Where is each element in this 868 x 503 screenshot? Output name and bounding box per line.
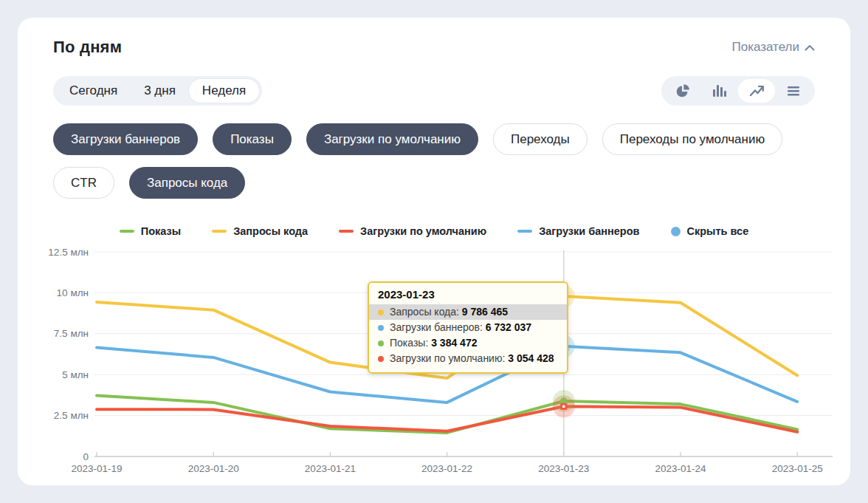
legend-dash-icon (517, 230, 532, 233)
chart-tooltip: 2023-01-23 Запросы кода: 9 786 465Загруз… (368, 281, 568, 374)
legend-dash-icon (339, 230, 354, 233)
legend-item[interactable]: Запросы кода (212, 225, 308, 237)
legend-dash-icon (212, 230, 227, 233)
svg-text:2023-01-21: 2023-01-21 (305, 463, 356, 474)
metric-chip-7[interactable]: Запросы кода (129, 167, 245, 199)
tooltip-row: Запросы кода: 9 786 465 (369, 304, 567, 320)
tooltip-dot-icon (378, 341, 384, 346)
chevron-up-icon (805, 44, 815, 51)
svg-text:2023-01-20: 2023-01-20 (188, 463, 239, 474)
tooltip-row: Показы: 3 384 472 (369, 335, 567, 351)
svg-text:2023-01-24: 2023-01-24 (655, 463, 706, 474)
bar-chart-button[interactable] (701, 79, 738, 103)
list-view-icon (786, 84, 801, 97)
line-chart-icon (749, 84, 765, 97)
period-tab-1[interactable]: Сегодня (56, 79, 131, 103)
line-chart-button[interactable] (738, 79, 775, 103)
pie-chart-icon (675, 83, 690, 98)
legend-hide-all[interactable]: Скрыть все (671, 225, 749, 237)
svg-text:2023-01-23: 2023-01-23 (538, 463, 589, 474)
metric-chip-1[interactable]: Загрузки баннеров (53, 123, 198, 155)
metric-chip-4[interactable]: Переходы (493, 123, 588, 155)
legend-label: Загрузки по умолчанию (360, 225, 486, 237)
svg-text:10 млн: 10 млн (57, 287, 89, 298)
legend-dash-icon (120, 230, 134, 233)
metrics-toggle-label: Показатели (731, 40, 799, 55)
tooltip-row: Загрузки баннеров: 6 732 037 (369, 320, 567, 335)
metric-chip-6[interactable]: CTR (53, 167, 114, 199)
svg-text:2.5 млн: 2.5 млн (54, 410, 89, 421)
pie-chart-button[interactable] (664, 79, 701, 103)
card-header: По дням Показатели (53, 38, 815, 57)
legend-item[interactable]: Загрузки баннеров (517, 225, 639, 237)
tooltip-dot-icon (378, 309, 384, 315)
tooltip-row: Загрузки по умолчанию: 3 054 428 (369, 351, 567, 366)
chart-area: 02.5 млн5 млн7.5 млн10 млн12.5 млн2023-0… (44, 243, 815, 493)
metric-chip-5[interactable]: Переходы по умолчанию (602, 123, 782, 155)
legend-label: Загрузки баннеров (539, 225, 639, 237)
metric-chip-3[interactable]: Загрузки по умолчанию (306, 123, 478, 155)
svg-text:2023-01-22: 2023-01-22 (421, 463, 472, 474)
report-card: По дням Показатели Сегодня3 дняНеделя За… (18, 18, 850, 485)
legend-label: Скрыть все (687, 225, 749, 237)
svg-text:2023-01-19: 2023-01-19 (71, 463, 122, 474)
metric-chips: Загрузки баннеровПоказыЗагрузки по умолч… (53, 123, 815, 199)
svg-text:5 млн: 5 млн (62, 369, 89, 380)
tooltip-rows: Запросы кода: 9 786 465Загрузки баннеров… (369, 304, 567, 366)
page-title: По дням (53, 38, 122, 57)
tooltip-dot-icon (378, 325, 384, 331)
tooltip-dot-icon (378, 356, 384, 362)
svg-text:0: 0 (83, 451, 89, 462)
tooltip-date: 2023-01-23 (369, 288, 567, 301)
metrics-toggle[interactable]: Показатели (731, 40, 815, 55)
svg-text:12.5 млн: 12.5 млн (48, 247, 89, 258)
chart-type-switcher (661, 76, 815, 106)
period-tabs: Сегодня3 дняНеделя (53, 76, 262, 106)
period-tab-3[interactable]: Неделя (189, 79, 259, 103)
hide-all-circle-icon (671, 227, 681, 236)
svg-text:2023-01-25: 2023-01-25 (772, 463, 823, 474)
legend-item[interactable]: Загрузки по умолчанию (339, 225, 486, 237)
bar-chart-icon (712, 83, 727, 98)
legend-label: Запросы кода (233, 225, 308, 237)
svg-text:7.5 млн: 7.5 млн (54, 328, 89, 339)
period-tab-2[interactable]: 3 дня (131, 79, 189, 103)
legend-label: Показы (141, 225, 181, 237)
list-view-button[interactable] (775, 79, 812, 103)
chart-legend: ПоказыЗапросы кодаЗагрузки по умолчаниюЗ… (53, 225, 815, 237)
legend-item[interactable]: Показы (120, 225, 181, 237)
metric-chip-2[interactable]: Показы (213, 123, 292, 155)
controls-row: Сегодня3 дняНеделя (53, 76, 815, 106)
